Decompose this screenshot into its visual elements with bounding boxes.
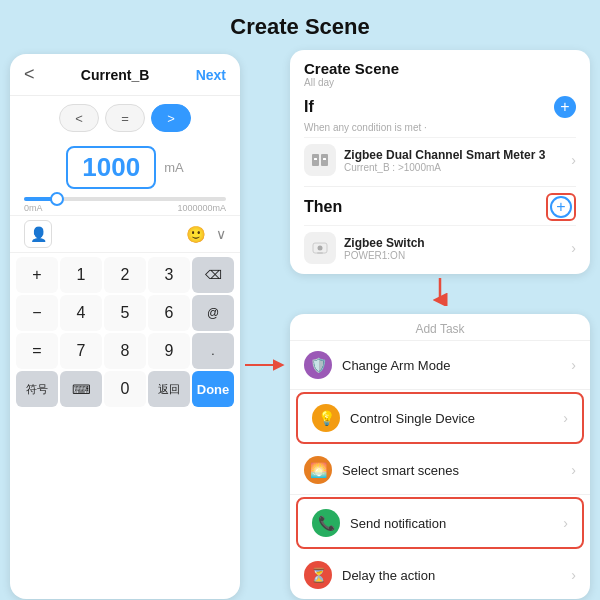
slider-track — [24, 197, 226, 201]
add-then-button[interactable]: + — [550, 196, 572, 218]
delay-action-chevron-icon: › — [571, 567, 576, 583]
key-plus[interactable]: + — [16, 257, 58, 293]
arm-mode-label: Change Arm Mode — [342, 358, 571, 373]
smiley-icon[interactable]: 🙂 — [186, 225, 206, 244]
task-row-control-device[interactable]: 💡 Control Single Device › — [298, 394, 582, 442]
key-return[interactable]: 返回 — [148, 371, 190, 407]
then-chevron-icon: › — [571, 240, 576, 256]
svg-rect-8 — [317, 252, 323, 254]
keypad-row-3: = 7 8 9 . — [16, 333, 234, 369]
control-device-row-wrapper: 💡 Control Single Device › — [296, 392, 584, 444]
send-notification-chevron-icon: › — [563, 515, 568, 531]
person-icon[interactable]: 👤 — [24, 220, 52, 248]
arm-mode-chevron-icon: › — [571, 357, 576, 373]
scene-panel-title: Create Scene — [304, 60, 576, 77]
if-device-icon — [304, 144, 336, 176]
smart-scenes-chevron-icon: › — [571, 462, 576, 478]
create-scene-panel: Create Scene All day If + When any condi… — [290, 50, 590, 274]
then-device-row[interactable]: Zigbee Switch POWER1:ON › — [304, 225, 576, 270]
chevron-down-icon[interactable]: ∨ — [216, 226, 226, 242]
key-4[interactable]: 4 — [60, 295, 102, 331]
left-header: < Current_B Next — [10, 54, 240, 96]
keypad-row-4: 符号 ⌨ 0 返回 Done — [16, 371, 234, 407]
send-notification-label: Send notification — [350, 516, 563, 531]
icon-row-right: 🙂 ∨ — [186, 225, 226, 244]
keypad-row-2: − 4 5 6 @ — [16, 295, 234, 331]
operators-row: < = > — [10, 96, 240, 140]
key-0[interactable]: 0 — [104, 371, 146, 407]
key-keyboard[interactable]: ⌨ — [60, 371, 102, 407]
page-title: Create Scene — [0, 0, 600, 50]
arm-mode-icon: 🛡️ — [304, 351, 332, 379]
then-section: Then + Zigbee Switch — [290, 187, 590, 274]
key-8[interactable]: 8 — [104, 333, 146, 369]
key-done[interactable]: Done — [192, 371, 234, 407]
left-input-panel: < Current_B Next < = > 1000 mA 0mA 10000… — [10, 54, 240, 599]
smart-scenes-label: Select smart scenes — [342, 463, 571, 478]
unit-label: mA — [164, 160, 184, 175]
control-device-icon: 💡 — [312, 404, 340, 432]
key-6[interactable]: 6 — [148, 295, 190, 331]
delay-action-icon: ⏳ — [304, 561, 332, 589]
key-9[interactable]: 9 — [148, 333, 190, 369]
if-device-name: Zigbee Dual Channel Smart Meter 3 — [344, 148, 571, 162]
all-day-label: All day — [304, 77, 576, 88]
op-equal[interactable]: = — [105, 104, 145, 132]
then-label-row: Then + — [304, 193, 576, 221]
control-device-chevron-icon: › — [563, 410, 568, 426]
slider-max: 1000000mA — [177, 203, 226, 213]
back-button[interactable]: < — [24, 64, 35, 85]
slider-area[interactable]: 0mA 1000000mA — [10, 195, 240, 215]
arrow-down-container — [290, 274, 590, 308]
key-1[interactable]: 1 — [60, 257, 102, 293]
op-greater[interactable]: > — [151, 104, 191, 132]
then-label: Then — [304, 198, 342, 216]
if-label: If — [304, 98, 314, 116]
then-device-name: Zigbee Switch — [344, 236, 571, 250]
add-task-panel: Add Task 🛡️ Change Arm Mode › 💡 Control … — [290, 314, 590, 599]
smart-scenes-icon: 🌅 — [304, 456, 332, 484]
keypad: + 1 2 3 ⌫ − 4 5 6 @ = 7 8 9 . 符号 — [10, 253, 240, 413]
if-device-sub: Current_B : >1000mA — [344, 162, 571, 173]
key-symbol[interactable]: 符号 — [16, 371, 58, 407]
panel-title: Current_B — [81, 67, 149, 83]
keypad-row-1: + 1 2 3 ⌫ — [16, 257, 234, 293]
control-device-label: Control Single Device — [350, 411, 563, 426]
task-row-delay-action[interactable]: ⏳ Delay the action › — [290, 551, 590, 599]
then-add-box: + — [546, 193, 576, 221]
if-chevron-icon: › — [571, 152, 576, 168]
if-device-info: Zigbee Dual Channel Smart Meter 3 Curren… — [344, 148, 571, 173]
if-device-row[interactable]: Zigbee Dual Channel Smart Meter 3 Curren… — [304, 137, 576, 182]
key-3[interactable]: 3 — [148, 257, 190, 293]
next-button[interactable]: Next — [196, 67, 226, 83]
value-box: 1000 — [66, 146, 156, 189]
task-row-send-notification[interactable]: 📞 Send notification › — [298, 499, 582, 547]
delay-action-label: Delay the action — [342, 568, 571, 583]
then-device-icon — [304, 232, 336, 264]
send-notification-icon: 📞 — [312, 509, 340, 537]
key-dot[interactable]: . — [192, 333, 234, 369]
key-5[interactable]: 5 — [104, 295, 146, 331]
svg-rect-5 — [323, 158, 326, 160]
key-2[interactable]: 2 — [104, 257, 146, 293]
key-backspace[interactable]: ⌫ — [192, 257, 234, 293]
if-desc: When any condition is met · — [304, 122, 576, 133]
key-equals[interactable]: = — [16, 333, 58, 369]
key-minus[interactable]: − — [16, 295, 58, 331]
send-notification-row-wrapper: 📞 Send notification › — [296, 497, 584, 549]
op-less[interactable]: < — [59, 104, 99, 132]
then-device-info: Zigbee Switch POWER1:ON — [344, 236, 571, 261]
svg-rect-4 — [314, 158, 317, 160]
key-7[interactable]: 7 — [60, 333, 102, 369]
right-side: Create Scene All day If + When any condi… — [290, 50, 590, 599]
task-row-arm-mode[interactable]: 🛡️ Change Arm Mode › — [290, 341, 590, 390]
key-at[interactable]: @ — [192, 295, 234, 331]
slider-min: 0mA — [24, 203, 43, 213]
icon-row: 👤 🙂 ∨ — [10, 215, 240, 253]
then-device-sub: POWER1:ON — [344, 250, 571, 261]
add-if-button[interactable]: + — [554, 96, 576, 118]
scene-header: Create Scene All day — [290, 50, 590, 90]
task-row-smart-scenes[interactable]: 🌅 Select smart scenes › — [290, 446, 590, 495]
value-display: 1000 mA — [10, 140, 240, 195]
if-section: If + When any condition is met · — [290, 90, 590, 186]
